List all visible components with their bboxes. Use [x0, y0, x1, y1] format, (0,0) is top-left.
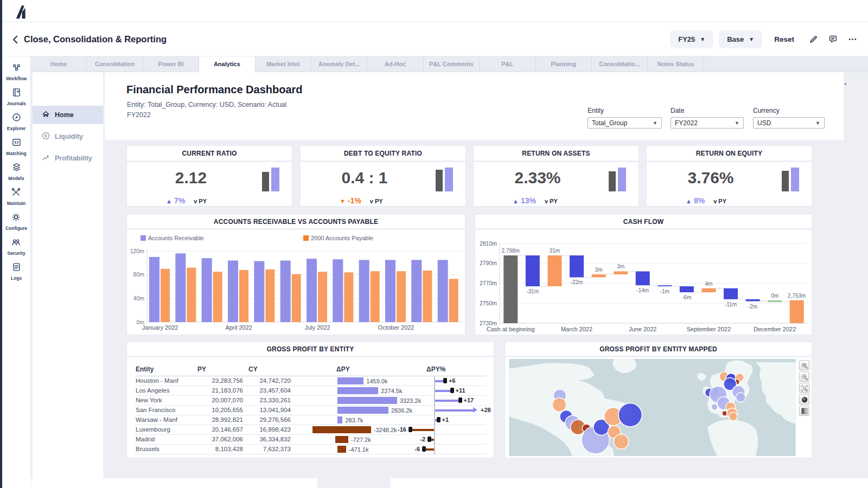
delta-py-pct-cell: +1	[420, 415, 486, 425]
column-header-py[interactable]: ΔPY%	[420, 363, 486, 376]
kpi-title: RETURN ON EQUITY	[647, 146, 812, 162]
tab-power-bi[interactable]: Power BI	[143, 56, 199, 72]
more-options-icon[interactable]	[845, 33, 859, 47]
sidebar-item-label: Configure	[5, 226, 27, 231]
legend-accounts-payable[interactable]: 2000 Accounts Payable	[303, 235, 373, 241]
table-row-madrid[interactable]: Madrid37,062,00636,334,832-727.2k-2	[136, 434, 486, 444]
nav-item-liquidity[interactable]: $Liquidity	[33, 127, 103, 146]
table-row-brussels[interactable]: Brussels8,103,4287,632,373-471.1k-6	[136, 444, 486, 454]
back-chevron-icon[interactable]	[11, 35, 21, 44]
svg-text:2790m: 2790m	[480, 260, 497, 266]
svg-text:-1m: -1m	[660, 288, 669, 294]
sidebar-item-configure[interactable]: Configure	[5, 212, 27, 231]
map-zoom-fit-button[interactable]	[799, 383, 809, 393]
reset-button[interactable]: Reset	[774, 35, 794, 43]
map-globe-button[interactable]	[799, 394, 809, 404]
nav-item-profitability[interactable]: Profitability	[33, 149, 103, 168]
map-bubble[interactable]	[614, 434, 629, 450]
map-zoom-out-button[interactable]	[799, 371, 809, 382]
column-header-py[interactable]: ΔPY	[296, 363, 420, 376]
tab-consolidatio[interactable]: Consolidatio...	[592, 56, 648, 72]
currency-select[interactable]: USD▼	[753, 117, 825, 129]
entity-select[interactable]: Total_Group▼	[588, 117, 662, 129]
value-cell: 23,283,756	[197, 376, 248, 386]
column-header-cy[interactable]: CY	[248, 363, 296, 376]
edit-pencil-icon[interactable]	[806, 33, 820, 47]
column-header-py[interactable]: PY	[197, 363, 248, 376]
tab-notes-status[interactable]: Notes Status	[648, 56, 704, 72]
filter-date: DateFY2022▼	[671, 107, 744, 129]
sidebar-item-journals[interactable]: Journals	[7, 87, 25, 106]
sidebar-item-label: Models	[8, 176, 24, 181]
cy-bar	[618, 168, 626, 191]
map-bubble[interactable]	[729, 412, 738, 421]
date-select[interactable]: FY2022▼	[671, 117, 744, 129]
marker-square	[458, 397, 462, 403]
pct-label: +28	[481, 407, 491, 413]
chevron-down-icon: ▼	[815, 120, 820, 126]
dashboard-title: Financial Performance Dashboard	[126, 84, 303, 96]
table-row-houston-manf[interactable]: Houston - Manf23,283,75624,742,7201459.0…	[136, 376, 486, 386]
workflow-icon	[11, 62, 22, 75]
tab-consolidation[interactable]: Consolidation	[87, 56, 143, 72]
tab-analytics[interactable]: Analytics	[199, 56, 255, 72]
marker-square	[409, 427, 412, 432]
kpi-value: 3.76%	[662, 169, 760, 187]
sidebar-item-label: Logs	[11, 275, 22, 281]
table-row-los-angeles[interactable]: Los Angeles21,183,07623,457,6042274.5k+1…	[136, 386, 486, 395]
map-bubble[interactable]	[711, 404, 718, 410]
map-zoom-in-button[interactable]	[799, 360, 809, 370]
column-header-entity[interactable]: Entity	[136, 363, 197, 376]
nav-item-home[interactable]: Home	[33, 106, 103, 124]
module-sidebar: WorkflowJournalsExplorerMatchingModelsMa…	[2, 56, 31, 488]
svg-text:-6m: -6m	[682, 294, 691, 300]
bottom-patch	[317, 478, 391, 488]
delta-py-cell: 283.7k	[296, 415, 420, 425]
tab-market-intel[interactable]: Market Intel	[256, 56, 311, 72]
tab-ad-hoc[interactable]: Ad-Hoc	[367, 56, 423, 72]
value-cell: 24,742,720	[248, 376, 296, 386]
map-layers-button[interactable]	[799, 406, 809, 416]
value-cell: 21,183,076	[197, 386, 248, 395]
table-row-new-york[interactable]: New York20,007,07023,330,2613323.2k+17	[136, 395, 486, 405]
map-bubble[interactable]	[736, 393, 745, 402]
entity-cell: Houston - Manf	[136, 376, 197, 386]
sidebar-item-label: Maintain	[7, 201, 25, 206]
kpi-card-debt-to-equity-ratio: DEBT TO EQUITY RATIO0.4 : 1▼-1%v PY	[300, 145, 466, 207]
sidebar-item-models[interactable]: Models	[8, 162, 24, 181]
sidebar-item-logs[interactable]: Logs	[11, 262, 22, 281]
table-row-warsaw-manf[interactable]: Warsaw - Manf28,992,82129,276,566283.7k+…	[136, 415, 486, 425]
delta-py-pct-cell: +28	[420, 405, 486, 415]
sidebar-item-security[interactable]: Security	[7, 237, 25, 256]
selected-value: Total_Group	[592, 119, 627, 127]
configure-icon	[11, 212, 21, 224]
sidebar-item-explorer[interactable]: Explorer	[7, 112, 26, 131]
map-bubble[interactable]	[552, 398, 566, 412]
version-selector[interactable]: Base ▼	[719, 30, 762, 48]
map-bubble[interactable]	[618, 403, 642, 427]
tab-anomaly-det[interactable]: Anomaly Det...	[311, 56, 367, 72]
tab-p-l-comments[interactable]: P&L Comments	[424, 56, 480, 72]
chart-title: ACCOUNTS RECEIVABLE VS ACCOUNTS PAYABLE	[127, 215, 465, 230]
anaplan-logo[interactable]	[15, 5, 28, 18]
comment-icon[interactable]	[826, 33, 840, 47]
sidebar-item-maintain[interactable]: Maintain	[7, 187, 25, 206]
py-bar	[609, 171, 616, 191]
nav-item-label: Profitability	[55, 155, 92, 162]
tab-planning[interactable]: Planning	[536, 56, 592, 72]
legend-label: 2000 Accounts Payable	[311, 235, 373, 241]
legend-accounts-receivable[interactable]: Accounts Receivable	[141, 235, 204, 241]
zero-axis	[434, 425, 435, 435]
table-row-luxembourg[interactable]: Luxembourg20,146,65716,898,423-3248.2k-1…	[136, 425, 486, 434]
dashboard-nav: Home$LiquidityProfitability	[33, 72, 103, 478]
fy-selector[interactable]: FY25 ▼	[670, 30, 713, 48]
tab-p-l[interactable]: P&L	[480, 56, 535, 72]
gross-profit-map-card: GROSS PROFIT BY ENTITY MAPPED	[505, 342, 812, 458]
sidebar-item-matching[interactable]: Matching	[6, 137, 26, 156]
svg-text:40m: 40m	[133, 295, 145, 301]
filter-currency: CurrencyUSD▼	[753, 107, 825, 129]
table-row-san-francisco[interactable]: San Francisco10,205,65513,041,9042836.2k…	[136, 405, 486, 415]
sidebar-item-workflow[interactable]: Workflow	[6, 62, 27, 81]
vs-py-label: v PY	[545, 198, 558, 204]
tab-home[interactable]: Home	[31, 56, 87, 72]
